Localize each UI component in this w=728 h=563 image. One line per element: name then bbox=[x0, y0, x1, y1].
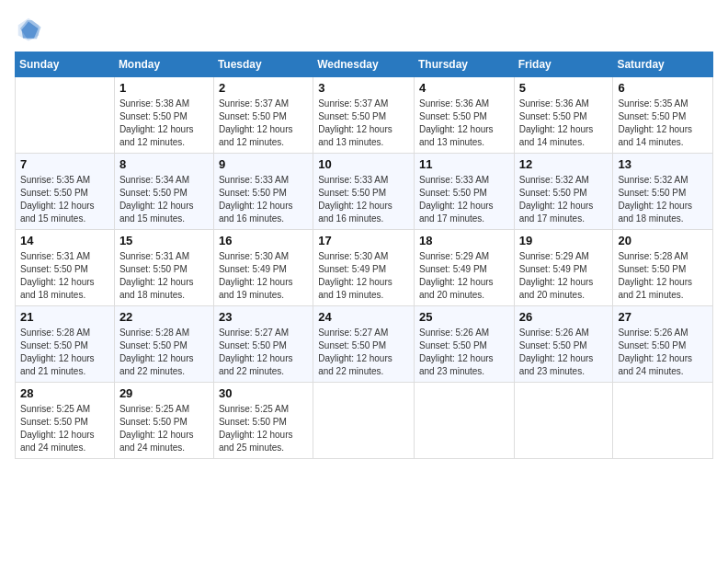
day-info: Sunrise: 5:35 AM Sunset: 5:50 PM Dayligh… bbox=[618, 98, 708, 149]
day-info: Sunrise: 5:31 AM Sunset: 5:50 PM Dayligh… bbox=[20, 250, 109, 302]
calendar-cell: 2Sunrise: 5:37 AM Sunset: 5:50 PM Daylig… bbox=[213, 77, 313, 154]
header-day-thursday: Thursday bbox=[414, 52, 514, 77]
day-number: 19 bbox=[519, 234, 609, 247]
day-number: 11 bbox=[419, 157, 509, 171]
calendar-week-3: 14Sunrise: 5:31 AM Sunset: 5:50 PM Dayli… bbox=[16, 230, 713, 306]
calendar-cell: 21Sunrise: 5:28 AM Sunset: 5:50 PM Dayli… bbox=[16, 306, 115, 383]
day-info: Sunrise: 5:27 AM Sunset: 5:50 PM Dayligh… bbox=[219, 327, 308, 378]
calendar-cell: 25Sunrise: 5:26 AM Sunset: 5:50 PM Dayli… bbox=[414, 306, 514, 383]
calendar-cell: 30Sunrise: 5:25 AM Sunset: 5:50 PM Dayli… bbox=[213, 383, 313, 459]
day-number: 27 bbox=[618, 310, 708, 324]
day-info: Sunrise: 5:38 AM Sunset: 5:50 PM Dayligh… bbox=[119, 98, 209, 149]
day-number: 26 bbox=[519, 310, 609, 324]
day-info: Sunrise: 5:26 AM Sunset: 5:50 PM Dayligh… bbox=[419, 327, 509, 378]
day-number: 1 bbox=[119, 81, 209, 95]
calendar-cell: 10Sunrise: 5:33 AM Sunset: 5:50 PM Dayli… bbox=[313, 154, 415, 230]
calendar-week-2: 7Sunrise: 5:35 AM Sunset: 5:50 PM Daylig… bbox=[16, 154, 713, 230]
calendar-body: 1Sunrise: 5:38 AM Sunset: 5:50 PM Daylig… bbox=[16, 77, 713, 459]
day-info: Sunrise: 5:27 AM Sunset: 5:50 PM Dayligh… bbox=[318, 327, 409, 378]
calendar-cell: 11Sunrise: 5:33 AM Sunset: 5:50 PM Dayli… bbox=[414, 154, 514, 230]
calendar-cell bbox=[313, 383, 415, 459]
calendar-cell: 4Sunrise: 5:36 AM Sunset: 5:50 PM Daylig… bbox=[414, 77, 514, 154]
header-day-wednesday: Wednesday bbox=[313, 52, 415, 77]
day-number: 14 bbox=[20, 234, 109, 247]
day-number: 3 bbox=[318, 81, 409, 95]
calendar-week-4: 21Sunrise: 5:28 AM Sunset: 5:50 PM Dayli… bbox=[16, 306, 713, 383]
calendar-cell: 12Sunrise: 5:32 AM Sunset: 5:50 PM Dayli… bbox=[514, 154, 613, 230]
calendar-cell: 14Sunrise: 5:31 AM Sunset: 5:50 PM Dayli… bbox=[16, 230, 115, 306]
day-number: 23 bbox=[219, 310, 308, 324]
calendar-cell bbox=[414, 383, 514, 459]
calendar-cell: 5Sunrise: 5:36 AM Sunset: 5:50 PM Daylig… bbox=[514, 77, 613, 154]
day-number: 20 bbox=[618, 234, 708, 247]
day-number: 4 bbox=[419, 81, 509, 95]
day-info: Sunrise: 5:32 AM Sunset: 5:50 PM Dayligh… bbox=[618, 174, 708, 225]
day-info: Sunrise: 5:33 AM Sunset: 5:50 PM Dayligh… bbox=[419, 174, 509, 225]
day-number: 21 bbox=[20, 310, 109, 324]
day-number: 28 bbox=[20, 386, 109, 400]
calendar-cell bbox=[16, 77, 115, 154]
day-info: Sunrise: 5:29 AM Sunset: 5:49 PM Dayligh… bbox=[419, 250, 509, 302]
day-info: Sunrise: 5:37 AM Sunset: 5:50 PM Dayligh… bbox=[219, 98, 308, 149]
calendar-cell bbox=[613, 383, 713, 459]
day-number: 8 bbox=[119, 157, 209, 171]
calendar-cell: 29Sunrise: 5:25 AM Sunset: 5:50 PM Dayli… bbox=[114, 383, 213, 459]
day-info: Sunrise: 5:30 AM Sunset: 5:49 PM Dayligh… bbox=[318, 250, 409, 302]
header-day-sunday: Sunday bbox=[16, 52, 115, 77]
calendar-cell: 6Sunrise: 5:35 AM Sunset: 5:50 PM Daylig… bbox=[613, 77, 713, 154]
day-number: 5 bbox=[519, 81, 609, 95]
day-info: Sunrise: 5:36 AM Sunset: 5:50 PM Dayligh… bbox=[519, 98, 609, 149]
header-day-tuesday: Tuesday bbox=[213, 52, 313, 77]
day-number: 7 bbox=[20, 157, 109, 171]
day-number: 25 bbox=[419, 310, 509, 324]
calendar-cell: 13Sunrise: 5:32 AM Sunset: 5:50 PM Dayli… bbox=[613, 154, 713, 230]
day-info: Sunrise: 5:26 AM Sunset: 5:50 PM Dayligh… bbox=[519, 327, 609, 378]
calendar-cell: 17Sunrise: 5:30 AM Sunset: 5:49 PM Dayli… bbox=[313, 230, 415, 306]
day-number: 22 bbox=[119, 310, 209, 324]
header-day-saturday: Saturday bbox=[613, 52, 713, 77]
calendar-cell: 28Sunrise: 5:25 AM Sunset: 5:50 PM Dayli… bbox=[16, 383, 115, 459]
calendar-cell: 15Sunrise: 5:31 AM Sunset: 5:50 PM Dayli… bbox=[114, 230, 213, 306]
day-number: 9 bbox=[219, 157, 308, 171]
day-info: Sunrise: 5:25 AM Sunset: 5:50 PM Dayligh… bbox=[20, 403, 109, 454]
day-number: 13 bbox=[618, 157, 708, 171]
day-number: 6 bbox=[618, 81, 708, 95]
day-info: Sunrise: 5:26 AM Sunset: 5:50 PM Dayligh… bbox=[618, 327, 708, 378]
calendar-week-5: 28Sunrise: 5:25 AM Sunset: 5:50 PM Dayli… bbox=[16, 383, 713, 459]
day-info: Sunrise: 5:28 AM Sunset: 5:50 PM Dayligh… bbox=[20, 327, 109, 378]
calendar-cell: 3Sunrise: 5:37 AM Sunset: 5:50 PM Daylig… bbox=[313, 77, 415, 154]
calendar-table: SundayMondayTuesdayWednesdayThursdayFrid… bbox=[15, 52, 713, 459]
calendar-cell: 8Sunrise: 5:34 AM Sunset: 5:50 PM Daylig… bbox=[114, 154, 213, 230]
calendar-cell: 7Sunrise: 5:35 AM Sunset: 5:50 PM Daylig… bbox=[16, 154, 115, 230]
calendar-cell: 16Sunrise: 5:30 AM Sunset: 5:49 PM Dayli… bbox=[213, 230, 313, 306]
day-info: Sunrise: 5:37 AM Sunset: 5:50 PM Dayligh… bbox=[318, 98, 409, 149]
day-number: 30 bbox=[219, 386, 308, 400]
day-number: 18 bbox=[419, 234, 509, 247]
calendar-cell: 27Sunrise: 5:26 AM Sunset: 5:50 PM Dayli… bbox=[613, 306, 713, 383]
logo bbox=[15, 15, 46, 42]
logo-icon bbox=[15, 15, 42, 42]
header-day-friday: Friday bbox=[514, 52, 613, 77]
day-info: Sunrise: 5:28 AM Sunset: 5:50 PM Dayligh… bbox=[618, 250, 708, 302]
day-number: 16 bbox=[219, 234, 308, 247]
day-info: Sunrise: 5:32 AM Sunset: 5:50 PM Dayligh… bbox=[519, 174, 609, 225]
day-info: Sunrise: 5:35 AM Sunset: 5:50 PM Dayligh… bbox=[20, 174, 109, 225]
calendar-cell: 22Sunrise: 5:28 AM Sunset: 5:50 PM Dayli… bbox=[114, 306, 213, 383]
day-info: Sunrise: 5:31 AM Sunset: 5:50 PM Dayligh… bbox=[119, 250, 209, 302]
day-number: 12 bbox=[519, 157, 609, 171]
calendar-cell: 24Sunrise: 5:27 AM Sunset: 5:50 PM Dayli… bbox=[313, 306, 415, 383]
day-info: Sunrise: 5:30 AM Sunset: 5:49 PM Dayligh… bbox=[219, 250, 308, 302]
page-header bbox=[15, 15, 713, 42]
day-number: 15 bbox=[119, 234, 209, 247]
day-info: Sunrise: 5:33 AM Sunset: 5:50 PM Dayligh… bbox=[318, 174, 409, 225]
day-info: Sunrise: 5:28 AM Sunset: 5:50 PM Dayligh… bbox=[119, 327, 209, 378]
day-number: 24 bbox=[318, 310, 409, 324]
calendar-cell: 9Sunrise: 5:33 AM Sunset: 5:50 PM Daylig… bbox=[213, 154, 313, 230]
calendar-week-1: 1Sunrise: 5:38 AM Sunset: 5:50 PM Daylig… bbox=[16, 77, 713, 154]
day-info: Sunrise: 5:29 AM Sunset: 5:49 PM Dayligh… bbox=[519, 250, 609, 302]
day-number: 2 bbox=[219, 81, 308, 95]
day-number: 17 bbox=[318, 234, 409, 247]
calendar-cell: 19Sunrise: 5:29 AM Sunset: 5:49 PM Dayli… bbox=[514, 230, 613, 306]
header-day-monday: Monday bbox=[114, 52, 213, 77]
day-info: Sunrise: 5:25 AM Sunset: 5:50 PM Dayligh… bbox=[219, 403, 308, 454]
